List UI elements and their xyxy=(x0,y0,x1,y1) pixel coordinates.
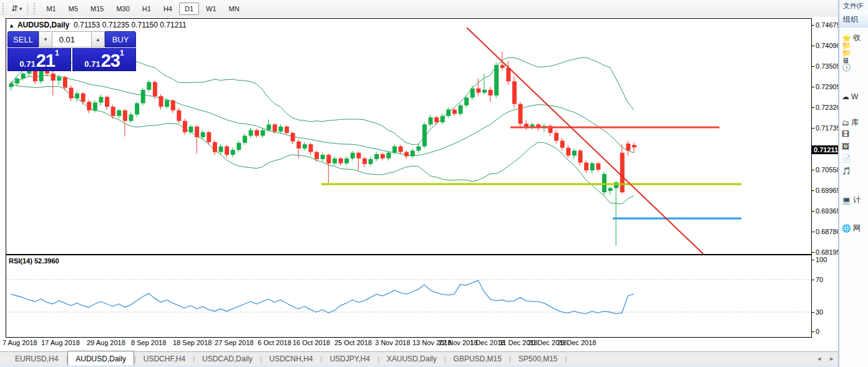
candle-body xyxy=(422,124,427,146)
timeframe-button-d1[interactable]: D1 xyxy=(179,2,199,15)
volume-increase-button[interactable]: ▲ xyxy=(91,31,105,47)
candle-body xyxy=(81,94,85,102)
timeframe-button-h1[interactable]: H1 xyxy=(137,2,157,15)
symbol-tab-usdchf-h4[interactable]: USDCHF,H4 xyxy=(136,353,193,365)
explorer-item[interactable]: 🖼 xyxy=(842,142,851,151)
candle-body xyxy=(524,124,529,127)
candle-body xyxy=(249,130,253,135)
candle-body xyxy=(554,133,558,140)
symbol-tab-gbpusd-m15[interactable]: GBPUSD,M15 xyxy=(446,353,509,365)
sell-button[interactable]: SELL xyxy=(7,31,39,47)
price-axis-label: 0.69965 xyxy=(816,187,841,194)
timeframe-button-m30[interactable]: M30 xyxy=(110,2,135,15)
candle-body xyxy=(512,81,517,104)
candle-body xyxy=(177,110,181,121)
toolbar-grip-2[interactable] xyxy=(34,3,37,14)
explorer-item[interactable]: ☁W xyxy=(842,92,858,101)
explorer-item[interactable]: 🌐网 xyxy=(842,223,861,233)
collapse-triangle-icon[interactable]: ▲ xyxy=(9,22,14,29)
candle-body xyxy=(404,152,409,157)
date-axis-label: 7 Aug 2018 xyxy=(2,339,37,346)
candle-body xyxy=(243,136,247,143)
explorer-item[interactable]: 🎵 xyxy=(842,167,853,175)
candle-body xyxy=(416,147,421,151)
rsi-tick-mark xyxy=(812,280,814,280)
explorer-item-icon: 🌐 xyxy=(842,224,851,233)
candle-body xyxy=(356,153,361,159)
explorer-item[interactable]: 🗂库 xyxy=(842,117,859,128)
candle-body xyxy=(153,82,157,96)
candle-body xyxy=(117,110,121,116)
candle-body xyxy=(291,133,295,142)
explorer-item[interactable]: 📄 xyxy=(842,154,853,163)
rsi-tick-mark xyxy=(812,312,814,313)
candle-body xyxy=(632,145,636,147)
candle-body xyxy=(296,142,301,149)
tab-scroll-left-icon[interactable]: ◂ xyxy=(817,355,821,363)
symbol-tab-usdcnh-h4[interactable]: USDCNH,H4 xyxy=(262,353,321,365)
date-axis-label: 3 Nov 2018 xyxy=(375,339,410,346)
volume-decrease-button[interactable]: ▼ xyxy=(39,31,52,47)
explorer-item-icon: 💻 xyxy=(842,196,851,205)
candle-body xyxy=(111,107,115,116)
tab-scroll-right-icon[interactable]: ▸ xyxy=(830,355,834,363)
bid-price-pipette: 1 xyxy=(55,50,59,56)
candle-body xyxy=(183,121,187,132)
ask-price-display[interactable]: 0.71 23 1 xyxy=(72,48,136,71)
candle-body xyxy=(219,147,223,152)
timeframe-button-m1[interactable]: M1 xyxy=(41,2,61,15)
candle-body xyxy=(578,150,583,162)
candle-body xyxy=(459,105,463,114)
chart-ohlc-values: 0.71153 0.71235 0.71150 0.71211 xyxy=(74,21,187,29)
explorer-organize-button[interactable]: 组织 xyxy=(839,11,868,27)
candle-body xyxy=(381,154,385,159)
chart-tool-button[interactable]: ⇵ ▾ xyxy=(9,2,24,14)
current-price-label: 0.71211 xyxy=(812,145,841,154)
candle-body xyxy=(123,110,127,121)
buy-button[interactable]: BUY xyxy=(105,31,136,47)
timeframe-button-w1[interactable]: W1 xyxy=(200,2,222,15)
order-arrows-icon: ⇵ xyxy=(11,4,18,13)
timeframe-button-m5[interactable]: M5 xyxy=(63,2,84,15)
trendline-diagonal[interactable] xyxy=(467,27,704,254)
timeframe-button-mn[interactable]: MN xyxy=(223,2,245,15)
symbol-tab-xauusd-daily[interactable]: XAUUSD,Daily xyxy=(379,353,444,365)
explorer-item[interactable]: 🎞 xyxy=(842,130,851,139)
symbol-tab-sp500-m15[interactable]: SP500,M15 xyxy=(511,353,565,365)
candle-body xyxy=(434,117,439,122)
volume-input[interactable]: 0.01 xyxy=(52,31,91,47)
candle-body xyxy=(171,100,175,110)
chart-title: ▲AUDUSD,Daily 0.71153 0.71235 0.71150 0.… xyxy=(9,21,187,29)
candle-body xyxy=(189,127,193,132)
bid-price-display[interactable]: 0.71 21 1 xyxy=(7,48,71,71)
price-axis-label: 0.71735 xyxy=(816,124,841,132)
explorer-file-menu[interactable]: 文件(F xyxy=(839,0,868,11)
candle-body xyxy=(386,153,391,159)
timeframe-button-m15[interactable]: M15 xyxy=(85,2,109,15)
price-tick-mark xyxy=(812,66,814,67)
date-axis-label: 17 Aug 2018 xyxy=(41,339,80,346)
candle-body xyxy=(339,159,343,164)
chevron-down-icon[interactable]: ▾ xyxy=(19,6,22,12)
rsi-chart-canvas[interactable] xyxy=(6,255,811,337)
symbol-tab-audusd-daily[interactable]: AUDUSD,Daily xyxy=(67,351,134,366)
symbol-tab-eurusd-h4[interactable]: EURUSD,H4 xyxy=(7,353,66,365)
tab-separator: | xyxy=(565,355,567,363)
explorer-item[interactable]: 🕓 xyxy=(842,63,853,72)
one-click-trade-panel: SELL ▼ 0.01 ▲ BUY 0.71 21 1 0.71 23 1 xyxy=(7,31,136,71)
candle-body xyxy=(399,147,403,152)
symbol-tab-usdjpy-h4[interactable]: USDJPY,H4 xyxy=(322,353,377,365)
toolbar-grip[interactable] xyxy=(2,3,6,14)
candle-body xyxy=(303,144,307,149)
price-tick-mark xyxy=(812,232,814,232)
candle-body xyxy=(626,144,630,150)
candle-body xyxy=(572,150,577,155)
candle-body xyxy=(63,77,67,88)
timeframe-button-h4[interactable]: H4 xyxy=(158,2,178,15)
candle-body xyxy=(207,132,211,142)
symbol-tab-usdcad-daily[interactable]: USDCAD,Daily xyxy=(195,353,260,365)
candle-body xyxy=(279,127,283,132)
explorer-panel: 文件(F 组织 ⭐收📁📁🖥🕓☁W🗂库🎞🖼📄🎵💻计🌐网 xyxy=(838,0,868,367)
explorer-item[interactable]: 💻计 xyxy=(842,195,861,205)
bollinger-band-line xyxy=(11,84,634,204)
